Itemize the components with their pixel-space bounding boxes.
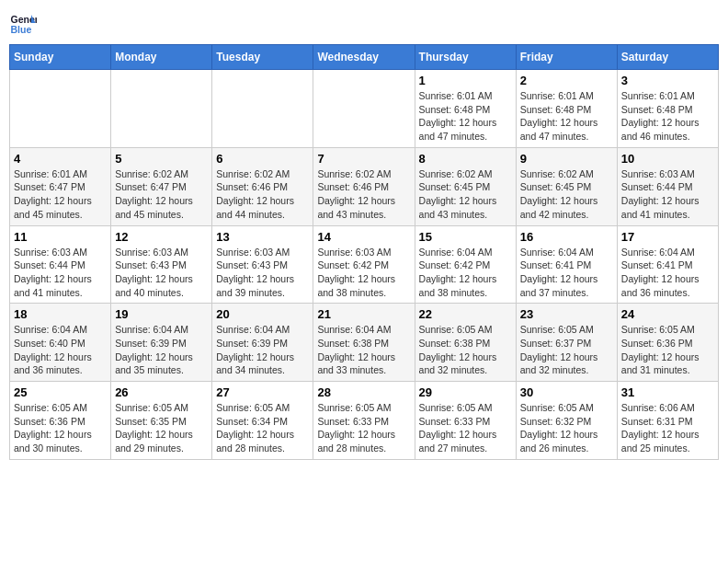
calendar-cell: 3Sunrise: 6:01 AM Sunset: 6:48 PM Daylig… <box>617 70 718 148</box>
day-header-monday: Monday <box>111 45 212 70</box>
day-info: Sunrise: 6:02 AM Sunset: 6:47 PM Dayligh… <box>115 167 208 222</box>
calendar-cell: 16Sunrise: 6:04 AM Sunset: 6:41 PM Dayli… <box>516 225 617 304</box>
day-number: 28 <box>317 385 410 399</box>
calendar-cell: 24Sunrise: 6:05 AM Sunset: 6:36 PM Dayli… <box>617 304 718 382</box>
calendar-week-row: 25Sunrise: 6:05 AM Sunset: 6:36 PM Dayli… <box>10 382 719 460</box>
calendar-cell: 6Sunrise: 6:02 AM Sunset: 6:46 PM Daylig… <box>212 147 313 225</box>
day-number: 4 <box>14 152 107 166</box>
calendar-cell: 25Sunrise: 6:05 AM Sunset: 6:36 PM Dayli… <box>10 382 111 460</box>
calendar-cell: 21Sunrise: 6:04 AM Sunset: 6:38 PM Dayli… <box>313 304 415 382</box>
day-info: Sunrise: 6:02 AM Sunset: 6:46 PM Dayligh… <box>317 167 410 222</box>
calendar-cell: 31Sunrise: 6:06 AM Sunset: 6:31 PM Dayli… <box>617 382 718 460</box>
day-info: Sunrise: 6:01 AM Sunset: 6:47 PM Dayligh… <box>14 167 107 222</box>
day-number: 1 <box>419 74 512 87</box>
calendar-cell: 8Sunrise: 6:02 AM Sunset: 6:45 PM Daylig… <box>415 147 516 225</box>
day-number: 26 <box>115 385 208 399</box>
calendar-week-row: 18Sunrise: 6:04 AM Sunset: 6:40 PM Dayli… <box>10 304 719 382</box>
day-number: 29 <box>419 385 512 399</box>
day-info: Sunrise: 6:04 AM Sunset: 6:42 PM Dayligh… <box>419 246 512 300</box>
calendar-cell: 29Sunrise: 6:05 AM Sunset: 6:33 PM Dayli… <box>415 382 516 460</box>
day-header-wednesday: Wednesday <box>313 45 415 70</box>
day-info: Sunrise: 6:03 AM Sunset: 6:43 PM Dayligh… <box>115 246 208 300</box>
calendar-week-row: 1Sunrise: 6:01 AM Sunset: 6:48 PM Daylig… <box>10 70 719 148</box>
calendar-cell: 18Sunrise: 6:04 AM Sunset: 6:40 PM Dayli… <box>10 304 111 382</box>
day-number: 31 <box>621 385 714 399</box>
calendar-cell: 19Sunrise: 6:04 AM Sunset: 6:39 PM Dayli… <box>111 304 212 382</box>
day-info: Sunrise: 6:05 AM Sunset: 6:37 PM Dayligh… <box>520 323 613 377</box>
calendar-cell: 28Sunrise: 6:05 AM Sunset: 6:33 PM Dayli… <box>313 382 415 460</box>
day-info: Sunrise: 6:04 AM Sunset: 6:41 PM Dayligh… <box>520 246 613 300</box>
day-number: 14 <box>317 230 410 244</box>
day-number: 24 <box>621 307 714 321</box>
day-header-sunday: Sunday <box>10 45 111 70</box>
calendar-cell: 30Sunrise: 6:05 AM Sunset: 6:32 PM Dayli… <box>516 382 617 460</box>
calendar-table: SundayMondayTuesdayWednesdayThursdayFrid… <box>9 44 719 460</box>
day-info: Sunrise: 6:05 AM Sunset: 6:33 PM Dayligh… <box>419 401 512 455</box>
calendar-week-row: 11Sunrise: 6:03 AM Sunset: 6:44 PM Dayli… <box>10 225 719 304</box>
calendar-cell <box>111 70 212 148</box>
day-info: Sunrise: 6:04 AM Sunset: 6:39 PM Dayligh… <box>216 323 309 377</box>
calendar-cell: 9Sunrise: 6:02 AM Sunset: 6:45 PM Daylig… <box>516 147 617 225</box>
day-info: Sunrise: 6:03 AM Sunset: 6:42 PM Dayligh… <box>317 246 410 300</box>
day-info: Sunrise: 6:04 AM Sunset: 6:39 PM Dayligh… <box>115 323 208 377</box>
day-info: Sunrise: 6:05 AM Sunset: 6:36 PM Dayligh… <box>14 401 107 455</box>
calendar-cell: 1Sunrise: 6:01 AM Sunset: 6:48 PM Daylig… <box>415 70 516 148</box>
day-number: 8 <box>419 152 512 166</box>
day-number: 20 <box>216 307 309 321</box>
day-number: 25 <box>14 385 107 399</box>
day-number: 16 <box>520 230 613 244</box>
calendar-cell: 26Sunrise: 6:05 AM Sunset: 6:35 PM Dayli… <box>111 382 212 460</box>
day-number: 9 <box>520 152 613 166</box>
calendar-cell <box>313 70 415 148</box>
day-info: Sunrise: 6:01 AM Sunset: 6:48 PM Dayligh… <box>419 89 512 144</box>
day-info: Sunrise: 6:05 AM Sunset: 6:32 PM Dayligh… <box>520 401 613 455</box>
day-info: Sunrise: 6:04 AM Sunset: 6:41 PM Dayligh… <box>621 246 714 300</box>
day-info: Sunrise: 6:02 AM Sunset: 6:45 PM Dayligh… <box>419 167 512 222</box>
svg-text:Blue: Blue <box>11 24 32 35</box>
day-number: 3 <box>621 74 714 87</box>
day-info: Sunrise: 6:03 AM Sunset: 6:43 PM Dayligh… <box>216 246 309 300</box>
calendar-cell: 2Sunrise: 6:01 AM Sunset: 6:48 PM Daylig… <box>516 70 617 148</box>
day-info: Sunrise: 6:01 AM Sunset: 6:48 PM Dayligh… <box>621 89 714 144</box>
day-number: 7 <box>317 152 410 166</box>
day-number: 27 <box>216 385 309 399</box>
day-number: 13 <box>216 230 309 244</box>
day-number: 30 <box>520 385 613 399</box>
day-info: Sunrise: 6:05 AM Sunset: 6:35 PM Dayligh… <box>115 401 208 455</box>
calendar-cell: 22Sunrise: 6:05 AM Sunset: 6:38 PM Dayli… <box>415 304 516 382</box>
day-number: 23 <box>520 307 613 321</box>
day-number: 18 <box>14 307 107 321</box>
day-info: Sunrise: 6:06 AM Sunset: 6:31 PM Dayligh… <box>621 401 714 455</box>
day-info: Sunrise: 6:05 AM Sunset: 6:36 PM Dayligh… <box>621 323 714 377</box>
calendar-cell: 20Sunrise: 6:04 AM Sunset: 6:39 PM Dayli… <box>212 304 313 382</box>
page-header: General Blue <box>9 9 719 37</box>
calendar-header-row: SundayMondayTuesdayWednesdayThursdayFrid… <box>10 45 719 70</box>
day-number: 12 <box>115 230 208 244</box>
calendar-cell: 5Sunrise: 6:02 AM Sunset: 6:47 PM Daylig… <box>111 147 212 225</box>
day-number: 15 <box>419 230 512 244</box>
day-number: 11 <box>14 230 107 244</box>
day-info: Sunrise: 6:01 AM Sunset: 6:48 PM Dayligh… <box>520 89 613 144</box>
day-number: 17 <box>621 230 714 244</box>
day-header-friday: Friday <box>516 45 617 70</box>
calendar-cell <box>10 70 111 148</box>
calendar-cell: 11Sunrise: 6:03 AM Sunset: 6:44 PM Dayli… <box>10 225 111 304</box>
day-info: Sunrise: 6:04 AM Sunset: 6:38 PM Dayligh… <box>317 323 410 377</box>
day-number: 2 <box>520 74 613 87</box>
calendar-cell: 15Sunrise: 6:04 AM Sunset: 6:42 PM Dayli… <box>415 225 516 304</box>
day-number: 21 <box>317 307 410 321</box>
calendar-cell: 7Sunrise: 6:02 AM Sunset: 6:46 PM Daylig… <box>313 147 415 225</box>
logo: General Blue <box>9 9 37 37</box>
day-info: Sunrise: 6:02 AM Sunset: 6:45 PM Dayligh… <box>520 167 613 222</box>
day-info: Sunrise: 6:05 AM Sunset: 6:33 PM Dayligh… <box>317 401 410 455</box>
day-number: 22 <box>419 307 512 321</box>
day-number: 6 <box>216 152 309 166</box>
calendar-cell: 14Sunrise: 6:03 AM Sunset: 6:42 PM Dayli… <box>313 225 415 304</box>
logo-icon: General Blue <box>9 9 37 37</box>
calendar-week-row: 4Sunrise: 6:01 AM Sunset: 6:47 PM Daylig… <box>10 147 719 225</box>
day-number: 10 <box>621 152 714 166</box>
day-header-tuesday: Tuesday <box>212 45 313 70</box>
day-number: 19 <box>115 307 208 321</box>
day-info: Sunrise: 6:05 AM Sunset: 6:38 PM Dayligh… <box>419 323 512 377</box>
calendar-cell <box>212 70 313 148</box>
